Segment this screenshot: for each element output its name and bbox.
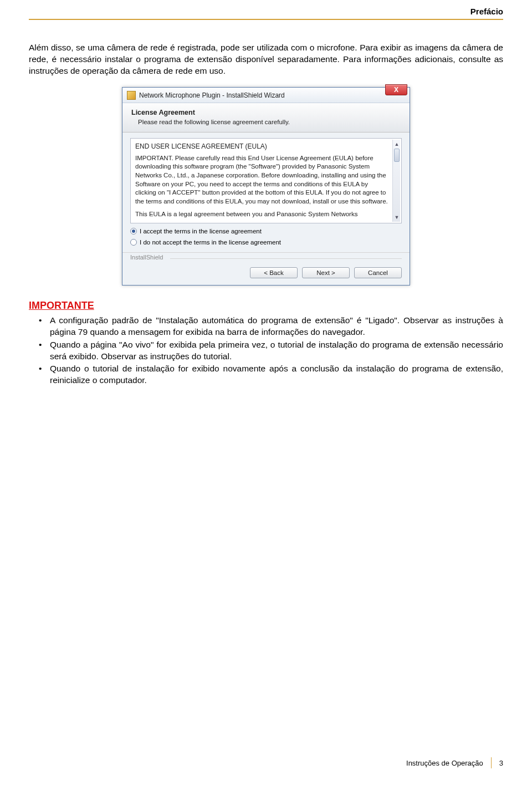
- list-item: A configuração padrão de "Instalação aut…: [50, 315, 503, 338]
- back-button[interactable]: < Back: [250, 267, 298, 278]
- important-heading: IMPORTANTE: [29, 300, 503, 312]
- radio-accept-row[interactable]: I accept the terms in the license agreem…: [130, 228, 402, 235]
- header-rule: [29, 19, 503, 20]
- radio-reject[interactable]: [130, 239, 137, 246]
- eula-textbox[interactable]: END USER LICENSE AGREEMENT (EULA) IMPORT…: [130, 138, 402, 223]
- close-button[interactable]: X: [385, 84, 407, 95]
- page-header-section: Prefácio: [470, 7, 503, 16]
- radio-accept-label: I accept the terms in the license agreem…: [140, 228, 262, 235]
- important-list: A configuração padrão de "Instalação aut…: [29, 315, 503, 387]
- dialog-screenshot: Network Microphone Plugin - InstallShiel…: [29, 87, 503, 286]
- dialog-body: END USER LICENSE AGREEMENT (EULA) IMPORT…: [122, 132, 410, 250]
- list-item: Quando a página "Ao vivo" for exibida pe…: [50, 339, 503, 363]
- dialog-button-row: < Back Next > Cancel: [122, 264, 410, 285]
- dialog-titlebar: Network Microphone Plugin - InstallShiel…: [122, 88, 410, 103]
- footer-label: Instruções de Operação: [406, 759, 483, 767]
- eula-scrollbar[interactable]: ▲ ▼: [392, 140, 400, 222]
- eula-tail-text: This EULA is a legal agreement between y…: [135, 210, 390, 219]
- installer-icon: [127, 91, 136, 100]
- installshield-label: InstallShield: [122, 252, 410, 264]
- radio-accept[interactable]: [130, 228, 137, 235]
- footer-separator: [491, 757, 492, 768]
- banner-subtitle: Please read the following license agreem…: [131, 119, 401, 125]
- scroll-down-icon[interactable]: ▼: [394, 214, 400, 221]
- eula-heading: END USER LICENSE AGREEMENT (EULA): [135, 142, 390, 151]
- installer-dialog: Network Microphone Plugin - InstallShiel…: [122, 87, 410, 286]
- eula-body-text: IMPORTANT. Please carefully read this En…: [135, 154, 390, 206]
- list-item: Quando o tutorial de instalação for exib…: [50, 363, 503, 386]
- page-footer: Instruções de Operação 3: [406, 757, 503, 768]
- footer-page-number: 3: [499, 759, 503, 767]
- banner-title: License Agreement: [131, 109, 401, 116]
- important-section: IMPORTANTE A configuração padrão de "Ins…: [29, 300, 503, 387]
- dialog-title: Network Microphone Plugin - InstallShiel…: [139, 91, 285, 99]
- scroll-up-icon[interactable]: ▲: [394, 141, 400, 147]
- scroll-thumb[interactable]: [394, 149, 400, 162]
- page-content: Além disso, se uma câmera de rede é regi…: [29, 42, 503, 388]
- radio-reject-row[interactable]: I do not accept the terms in the license…: [130, 239, 402, 246]
- intro-paragraph: Além disso, se uma câmera de rede é regi…: [29, 42, 503, 77]
- cancel-button[interactable]: Cancel: [354, 267, 402, 278]
- dialog-banner: License Agreement Please read the follow…: [122, 103, 410, 132]
- radio-reject-label: I do not accept the terms in the license…: [140, 239, 281, 246]
- next-button[interactable]: Next >: [302, 267, 350, 278]
